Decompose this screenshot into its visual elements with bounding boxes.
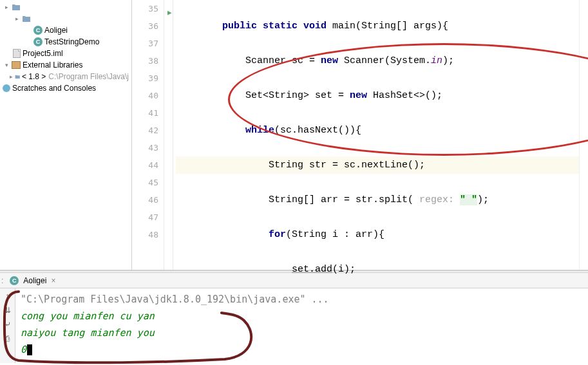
soft-wrap-icon[interactable]: ⤶: [3, 319, 13, 330]
library-icon: [12, 61, 21, 69]
tree-item[interactable]: ▸: [3, 13, 129, 24]
panel-label-prefix: :: [1, 276, 3, 285]
line-number: 39: [132, 70, 164, 87]
tree-item-class[interactable]: CTestStringDemo: [3, 36, 129, 48]
folder-icon: [12, 3, 21, 12]
tree-item-file[interactable]: Project5.iml: [3, 48, 129, 59]
line-number: 36: [132, 17, 164, 35]
tree-label: Scratches and Consoles: [12, 84, 96, 93]
class-icon: C: [33, 26, 43, 35]
class-icon: C: [10, 276, 19, 285]
line-number: 48: [132, 226, 164, 243]
tree-item[interactable]: ▸: [3, 1, 129, 13]
tree-item-jdk[interactable]: ▸< 1.8 >C:\Program Files\Java\j: [3, 71, 129, 82]
folder-icon: [22, 14, 31, 23]
line-number: 47: [132, 209, 164, 226]
tree-item-external-libs[interactable]: ▾External Libraries: [3, 59, 129, 71]
tree-label: Project5.iml: [23, 49, 63, 58]
file-icon: [13, 49, 21, 58]
tree-item-class[interactable]: CAoligei: [3, 24, 129, 36]
line-number: 41: [132, 104, 164, 122]
code-content[interactable]: public static void main(String[] args){ …: [173, 0, 579, 270]
line-number: 44: [132, 156, 164, 174]
tree-label: Aoligei: [44, 26, 68, 35]
close-icon[interactable]: ×: [51, 276, 55, 285]
tree-label: External Libraries: [23, 61, 82, 70]
console-input-line: naiyou tang mianfen you: [21, 324, 583, 341]
console-output[interactable]: "C:\Program Files\Java\jdk1.8.0_192\bin\…: [15, 288, 588, 363]
scroll-up-icon[interactable]: ↑: [3, 291, 13, 301]
gutter-markers: [164, 0, 173, 270]
line-number: 45: [132, 174, 164, 191]
right-gutter: [579, 0, 588, 270]
run-tab-label: Aoligei: [23, 276, 46, 285]
tree-label: TestStringDemo: [44, 37, 99, 46]
tree-item-scratches[interactable]: Scratches and Consoles: [3, 82, 129, 94]
console-input-line: 0: [21, 341, 583, 358]
run-gutter-icon[interactable]: ▶: [167, 4, 172, 21]
tree-toggle-icon[interactable]: ▸: [13, 15, 21, 23]
scratch-icon: [3, 84, 10, 92]
text-cursor: [27, 344, 32, 355]
tree-toggle-icon[interactable]: ▾: [3, 61, 10, 69]
console-command-line: "C:\Program Files\Java\jdk1.8.0_192\bin\…: [21, 291, 583, 308]
print-icon[interactable]: ⎙: [3, 333, 13, 344]
line-number: 38: [132, 52, 164, 70]
tree-toggle-icon[interactable]: ▸: [9, 73, 14, 80]
line-number: 42: [132, 122, 164, 139]
line-gutter: 35▶ 36 37 38 39 40 41 42 43 44 45 46 47 …: [132, 0, 164, 270]
line-number: 43: [132, 139, 164, 156]
line-number: 40: [132, 87, 164, 104]
line-number: 46: [132, 191, 164, 209]
console-toolbar: ↑ ⇊ ⤶ ⎙: [0, 288, 15, 363]
scroll-to-end-icon[interactable]: ⇊: [3, 305, 13, 315]
tree-label: < 1.8 >: [22, 72, 46, 81]
tree-suffix: C:\Program Files\Java\j: [48, 72, 129, 81]
project-tree[interactable]: ▸ ▸ CAoligei CTestStringDemo Project5.im…: [0, 0, 132, 270]
console-input-line: cong you mianfen cu yan: [21, 308, 583, 324]
line-number: 35▶: [132, 0, 164, 17]
code-editor[interactable]: 35▶ 36 37 38 39 40 41 42 43 44 45 46 47 …: [132, 0, 588, 270]
run-tab[interactable]: C Aoligei ×: [6, 276, 59, 285]
class-icon: C: [33, 37, 43, 46]
folder-icon: [15, 72, 20, 81]
tree-toggle-icon[interactable]: ▸: [3, 3, 10, 11]
line-number: 37: [132, 35, 164, 52]
